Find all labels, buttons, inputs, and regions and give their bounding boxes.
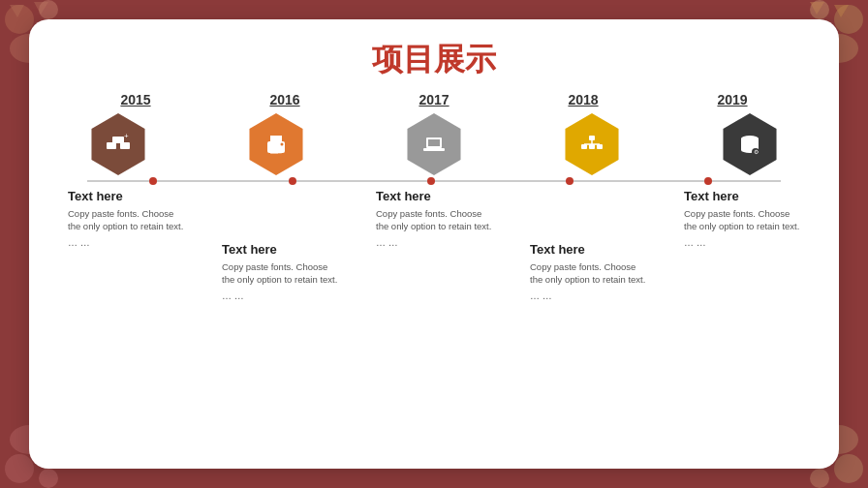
svg-point-12 (5, 454, 34, 483)
timeline-section: 2015 2016 2017 2018 2019 (68, 91, 800, 301)
col-body-2017: Copy paste fonts. Choose the only option… (376, 207, 492, 233)
svg-rect-33 (589, 136, 595, 140)
hex-icon-2018 (561, 113, 623, 175)
hex-icon-2016 (245, 113, 307, 175)
col-title-2015: Text here (68, 189, 184, 203)
svg-rect-20 (107, 142, 116, 149)
svg-point-13 (39, 469, 58, 488)
year-2018: 2018 (568, 92, 598, 107)
col-body-2016: Copy paste fonts. Choose the only option… (222, 260, 338, 287)
col-title-2018: Text here (530, 242, 646, 257)
svg-rect-22 (112, 137, 124, 143)
svg-rect-21 (120, 142, 130, 149)
col-title-2016: Text here (222, 242, 338, 257)
year-2019: 2019 (717, 92, 747, 107)
timeline-line (87, 180, 781, 182)
content-col-2015: Text here Copy paste fonts. Choose the o… (68, 189, 184, 248)
col-body-2015: Copy paste fonts. Choose the only option… (68, 207, 184, 233)
svg-point-29 (281, 143, 284, 146)
col-body-2018: Copy paste fonts. Choose the only option… (530, 260, 646, 287)
svg-point-16 (834, 454, 863, 483)
years-row: 2015 2016 2017 2018 2019 (68, 91, 800, 108)
col-dots-2016: … … (222, 290, 338, 301)
col-title-2019: Text here (684, 189, 800, 203)
year-2015: 2015 (120, 92, 150, 107)
timeline-line-container (68, 175, 800, 187)
col-dots-2015: … … (68, 237, 184, 248)
hex-icon-2017 (403, 113, 465, 175)
content-col-2017: Text here Copy paste fonts. Choose the o… (376, 189, 492, 248)
col-title-2017: Text here (376, 189, 492, 203)
year-2017: 2017 (418, 92, 449, 107)
content-col-2016: Text here Copy paste fonts. Choose the o… (222, 242, 338, 301)
hex-icon-2019: ⚙ (719, 113, 781, 175)
page-title: 项目展示 (68, 39, 800, 81)
content-col-2019: Text here Copy paste fonts. Choose the o… (684, 189, 800, 248)
timeline-dot-2019 (704, 177, 712, 185)
timeline-dot-2017 (427, 177, 435, 185)
svg-rect-31 (428, 139, 440, 146)
svg-point-17 (810, 469, 829, 488)
svg-rect-27 (270, 149, 282, 151)
svg-text:⚙: ⚙ (754, 149, 759, 155)
main-card: 项目展示 2015 2016 2017 2018 2019 (29, 19, 839, 469)
hex-icon-2015: + (87, 113, 149, 175)
svg-rect-25 (270, 136, 282, 142)
timeline-dot-2015 (149, 177, 157, 185)
col-dots-2018: … … (530, 290, 646, 301)
timeline-dot-2016 (289, 177, 296, 185)
col-body-2019: Copy paste fonts. Choose the only option… (684, 207, 800, 233)
col-dots-2017: … … (376, 237, 492, 248)
svg-rect-28 (270, 152, 278, 154)
year-2016: 2016 (269, 92, 299, 107)
timeline-dot-2018 (566, 177, 574, 185)
svg-text:+: + (124, 132, 129, 140)
col-dots-2019: … … (684, 237, 800, 248)
svg-rect-32 (423, 148, 445, 151)
content-col-2018: Text here Copy paste fonts. Choose the o… (530, 242, 646, 301)
icons-row: + (68, 113, 800, 175)
